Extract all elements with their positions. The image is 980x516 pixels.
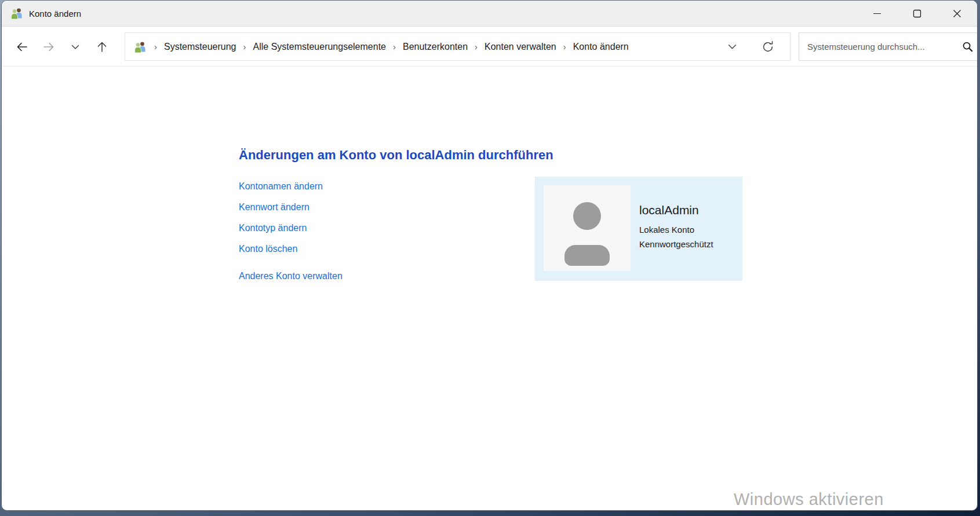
forward-button[interactable]: [35, 34, 62, 60]
avatar-silhouette-icon: [573, 202, 601, 230]
address-dropdown-chevron-icon: [727, 42, 737, 52]
avatar: [544, 185, 631, 271]
account-name: localAdmin: [639, 202, 713, 218]
window-title: Konto ändern: [29, 9, 81, 19]
breadcrumb-separator: ›: [563, 42, 566, 52]
minimize-icon: [873, 9, 881, 18]
breadcrumb-konto-aendern[interactable]: Konto ändern: [573, 42, 629, 52]
breadcrumb-separator: ›: [154, 42, 157, 52]
user-accounts-icon[interactable]: [133, 40, 147, 54]
maximize-button[interactable]: [897, 1, 937, 27]
breadcrumb-separator: ›: [475, 42, 478, 52]
breadcrumb-benutzerkonten[interactable]: Benutzerkonten: [403, 42, 468, 52]
minimize-button[interactable]: [857, 1, 897, 27]
back-arrow-icon: [15, 40, 29, 54]
recent-locations-button[interactable]: [62, 34, 89, 60]
back-button[interactable]: [9, 34, 35, 60]
close-button[interactable]: [937, 1, 977, 27]
up-arrow-icon: [95, 40, 109, 54]
search-icon: [962, 41, 973, 52]
recent-locations-chevron-icon: [71, 42, 80, 52]
up-button[interactable]: [89, 34, 115, 60]
navigation-toolbar: › Systemsteuerung › Alle Systemsteuerung…: [2, 27, 977, 67]
search-submit-button[interactable]: [956, 33, 978, 60]
nav-buttons: [9, 27, 115, 67]
search-box: [799, 32, 978, 61]
avatar-silhouette-icon: [564, 245, 610, 266]
breadcrumb-konten-verwalten[interactable]: Konten verwalten: [484, 42, 556, 52]
link-kontonamen-aendern[interactable]: Kontonamen ändern: [239, 181, 323, 191]
account-protection: Kennwortgeschützt: [639, 237, 713, 251]
user-accounts-icon: [10, 6, 24, 20]
refresh-icon: [762, 41, 774, 53]
link-konto-loeschen[interactable]: Konto löschen: [239, 244, 297, 254]
page-title: Änderungen am Konto von localAdmin durch…: [239, 148, 553, 163]
window-controls: [857, 1, 977, 27]
link-kontotyp-aendern[interactable]: Kontotyp ändern: [239, 223, 307, 233]
windows-activation-watermark: Windows aktivieren: [734, 490, 884, 509]
address-bar[interactable]: › Systemsteuerung › Alle Systemsteuerung…: [125, 32, 790, 61]
breadcrumb-alle-systemsteuerungselemente[interactable]: Alle Systemsteuerungselemente: [253, 42, 386, 52]
breadcrumb-systemsteuerung[interactable]: Systemsteuerung: [164, 42, 236, 52]
account-info: localAdmin Lokales Konto Kennwortgeschüt…: [639, 202, 713, 251]
maximize-icon: [913, 9, 921, 18]
account-card: localAdmin Lokales Konto Kennwortgeschüt…: [535, 177, 742, 281]
account-type: Lokales Konto: [639, 222, 713, 237]
link-anderes-konto-verwalten[interactable]: Anderes Konto verwalten: [239, 271, 343, 281]
breadcrumb-separator: ›: [243, 42, 246, 52]
control-panel-window: Konto ändern: [1, 0, 978, 511]
breadcrumb-separator: ›: [393, 42, 396, 52]
close-icon: [953, 9, 961, 18]
link-kennwort-aendern[interactable]: Kennwort ändern: [239, 202, 309, 212]
forward-arrow-icon: [42, 40, 56, 54]
address-dropdown-button[interactable]: [722, 35, 742, 58]
title-bar: Konto ändern: [2, 1, 977, 27]
task-links: Kontonamen ändern Kennwort ändern Kontot…: [239, 181, 323, 265]
search-input[interactable]: [799, 42, 956, 52]
refresh-button[interactable]: [757, 35, 778, 58]
